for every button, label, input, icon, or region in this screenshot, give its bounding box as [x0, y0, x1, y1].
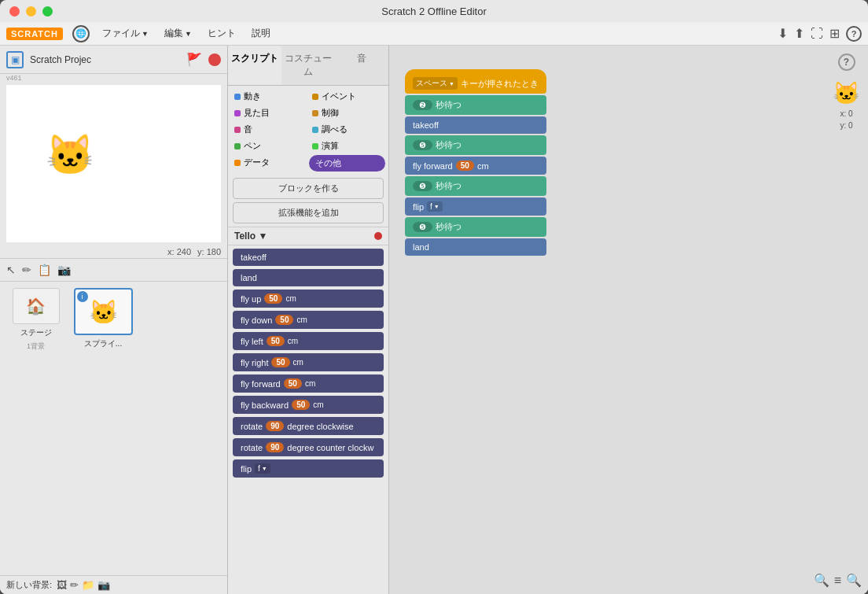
block-fly-right-value[interactable]: 50 [271, 357, 289, 367]
pencil-icon[interactable]: ✏ [22, 264, 31, 276]
tello-label[interactable]: Tello ▼ [234, 231, 267, 242]
minimize-button[interactable] [26, 6, 36, 17]
cat-sound[interactable]: 音 [231, 122, 307, 137]
cat-sensing[interactable]: 調べる [309, 122, 385, 137]
copy-icon[interactable]: 📋 [38, 264, 51, 276]
green-flag-button[interactable]: 🚩 [186, 52, 202, 67]
stage-item[interactable]: 🏠 ステージ 1背景 [6, 288, 65, 569]
block-fly-left-value[interactable]: 50 [267, 336, 285, 346]
image-icon[interactable]: 🖼 [57, 579, 67, 591]
toolbar-download-icon[interactable]: ⬇ [778, 26, 788, 41]
block-fly-up-text: fly up [241, 294, 261, 304]
stage-sublabel: 1背景 [27, 341, 45, 352]
pointer-icon[interactable]: ↖ [6, 264, 16, 276]
script-fly-forward[interactable]: fly forward 50 cm [405, 157, 546, 175]
script-wait1[interactable]: ❷ 秒待つ [405, 95, 546, 115]
block-fly-forward-value[interactable]: 50 [284, 378, 302, 389]
block-rotate-cw[interactable]: rotate 90 degree clockwise [233, 417, 384, 435]
script-wait4[interactable]: ❺ 秒待つ [405, 217, 546, 237]
block-fly-up-value[interactable]: 50 [264, 293, 282, 304]
menu-explain[interactable]: 説明 [245, 24, 277, 43]
tab-scripts[interactable]: スクリプト [228, 46, 281, 85]
cat-more[interactable]: その他 [309, 155, 385, 172]
script-event-block[interactable]: スペース キーが押されたとき [405, 69, 546, 94]
toolbar-expand-icon[interactable]: ⛶ [811, 27, 823, 41]
block-rotate-cw-label2: degree clockwise [287, 422, 353, 431]
camera2-icon[interactable]: 📷 [97, 579, 110, 591]
stage-y: y: 180 [197, 247, 221, 256]
block-fly-down[interactable]: fly down 50 cm [233, 311, 384, 329]
block-fly-left[interactable]: fly left 50 cm [233, 332, 384, 350]
window-controls[interactable] [9, 6, 53, 17]
script-takeoff[interactable]: takeoff [405, 116, 546, 134]
tab-sounds[interactable]: 音 [335, 46, 388, 85]
close-button[interactable] [9, 6, 20, 17]
cat-pen[interactable]: ペン [231, 138, 307, 153]
block-fly-backward-value[interactable]: 50 [292, 400, 310, 410]
paint-icon[interactable]: ✏ [70, 579, 79, 591]
blocks-panel: スクリプト コスチューム 音 動き 見た目 音 [228, 46, 389, 594]
folder-icon[interactable]: 📁 [82, 579, 94, 591]
help-icon[interactable]: ? [846, 26, 862, 42]
script-key-dropdown[interactable]: スペース [413, 77, 458, 90]
block-land[interactable]: land [233, 269, 384, 286]
zoom-in-button[interactable]: 🔍 [846, 573, 862, 588]
block-fly-forward[interactable]: fly forward 50 cm [233, 374, 384, 393]
toolbar-upload-icon[interactable]: ⬆ [794, 26, 804, 41]
cat-data[interactable]: データ [231, 155, 307, 170]
script-help-button[interactable]: ? [838, 53, 855, 71]
script-land[interactable]: land [405, 238, 546, 256]
cat-looks[interactable]: 見た目 [231, 105, 307, 120]
cat-events[interactable]: イベント [309, 89, 385, 104]
script-fly-forward-value[interactable]: 50 [456, 160, 474, 171]
cat-operators[interactable]: 演算 [309, 138, 385, 153]
menu-hint[interactable]: ヒント [201, 24, 242, 43]
block-fly-backward-text: fly backward [241, 400, 289, 410]
cat-control[interactable]: 制御 [309, 105, 385, 120]
block-rotate-cw-value[interactable]: 90 [266, 421, 284, 431]
menu-file[interactable]: ファイル [96, 24, 155, 43]
stop-button[interactable] [208, 53, 221, 66]
add-extension-button[interactable]: 拡張機能を追加 [233, 202, 384, 223]
script-wait2-text: 秒待つ [436, 139, 462, 151]
block-fly-backward[interactable]: fly backward 50 cm [233, 396, 384, 414]
maximize-button[interactable] [42, 6, 53, 17]
block-fly-right[interactable]: fly right 50 cm [233, 353, 384, 371]
zoom-out-button[interactable]: 🔍 [814, 573, 829, 588]
block-fly-up[interactable]: fly up 50 cm [233, 290, 384, 308]
stage-label: ステージ [20, 327, 52, 338]
block-rotate-ccw-value[interactable]: 90 [266, 442, 284, 452]
tabs: スクリプト コスチューム 音 [228, 46, 388, 86]
block-list: takeoff land fly up 50 cm fly down 50 cm [228, 245, 388, 594]
script-flip-dropdown[interactable]: f [427, 201, 443, 212]
script-wait3[interactable]: ❺ 秒待つ [405, 176, 546, 196]
script-fly-forward-text: fly forward [413, 161, 453, 171]
script-fly-forward-unit: cm [477, 161, 489, 171]
block-fly-down-value[interactable]: 50 [275, 315, 293, 325]
block-takeoff[interactable]: takeoff [233, 249, 384, 266]
stage-coords: x: 240 y: 180 [0, 245, 227, 258]
script-flip[interactable]: flip f [405, 197, 546, 216]
menu-edit[interactable]: 編集 [158, 24, 198, 43]
camera-icon[interactable]: 📷 [57, 264, 71, 276]
stage-version: v461 [0, 74, 227, 82]
sprite-item[interactable]: i 🐱 スプライ... [72, 288, 134, 569]
block-flip-dropdown[interactable]: f [255, 463, 270, 474]
script-flip-text: flip [413, 202, 424, 212]
script-blocks-container: スペース キーが押されたとき ❷ 秒待つ takeoff ❺ [405, 69, 546, 256]
zoom-reset-button[interactable]: ≡ [834, 574, 841, 588]
toolbar-fullscreen-icon[interactable]: ⊞ [829, 26, 840, 41]
script-area[interactable]: スペース キーが押されたとき ❷ 秒待つ takeoff ❺ [389, 46, 868, 594]
make-block-button[interactable]: ブロックを作る [233, 178, 384, 199]
sprite-thumbnail[interactable]: i 🐱 [74, 288, 133, 335]
block-rotate-ccw-label1: rotate [241, 443, 263, 452]
block-rotate-ccw[interactable]: rotate 90 degree counter clockw [233, 438, 384, 456]
script-wait2[interactable]: ❺ 秒待つ [405, 135, 546, 155]
script-cat-y: y: 0 [840, 121, 852, 130]
block-flip[interactable]: flip f [233, 459, 384, 478]
zoom-controls: 🔍 ≡ 🔍 [814, 573, 862, 588]
stage-x: x: 240 [167, 247, 191, 256]
tab-costumes[interactable]: コスチューム [281, 46, 335, 85]
globe-icon[interactable]: 🌐 [72, 25, 90, 42]
cat-motion[interactable]: 動き [231, 89, 307, 104]
